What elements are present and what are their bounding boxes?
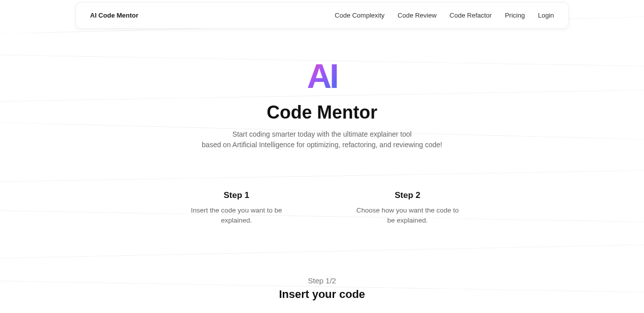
subtitle: Start coding smarter today with the ulti… (0, 129, 644, 150)
insert-section: Step 1/2 Insert your code (0, 276, 644, 301)
nav: Code Complexity Code Review Code Refacto… (335, 12, 554, 19)
nav-link-refactor[interactable]: Code Refactor (450, 12, 492, 19)
insert-title: Insert your code (0, 288, 644, 301)
nav-link-complexity[interactable]: Code Complexity (335, 12, 384, 19)
page-title: Code Mentor (0, 102, 644, 123)
subtitle-line-1: Start coding smarter today with the ulti… (0, 129, 644, 140)
step-2-desc: Choose how you want the code to be expla… (352, 205, 463, 226)
nav-link-review[interactable]: Code Review (397, 12, 436, 19)
step-counter: Step 1/2 (0, 276, 644, 285)
step-2: Step 2 Choose how you want the code to b… (352, 190, 463, 226)
subtitle-line-2: based on Artificial Intelligence for opt… (0, 140, 644, 150)
step-2-title: Step 2 (352, 190, 463, 200)
nav-link-pricing[interactable]: Pricing (505, 12, 525, 19)
steps-row: Step 1 Insert the code you want to be ex… (0, 190, 644, 226)
step-1-title: Step 1 (181, 190, 292, 200)
step-1-desc: Insert the code you want to be explained… (181, 205, 292, 226)
ai-logo: AI (307, 59, 337, 93)
nav-link-login[interactable]: Login (538, 12, 554, 19)
step-1: Step 1 Insert the code you want to be ex… (181, 190, 292, 226)
brand-name[interactable]: AI Code Mentor (90, 12, 138, 19)
hero-section: AI Code Mentor Start coding smarter toda… (0, 59, 644, 150)
header: AI Code Mentor Code Complexity Code Revi… (75, 2, 569, 29)
